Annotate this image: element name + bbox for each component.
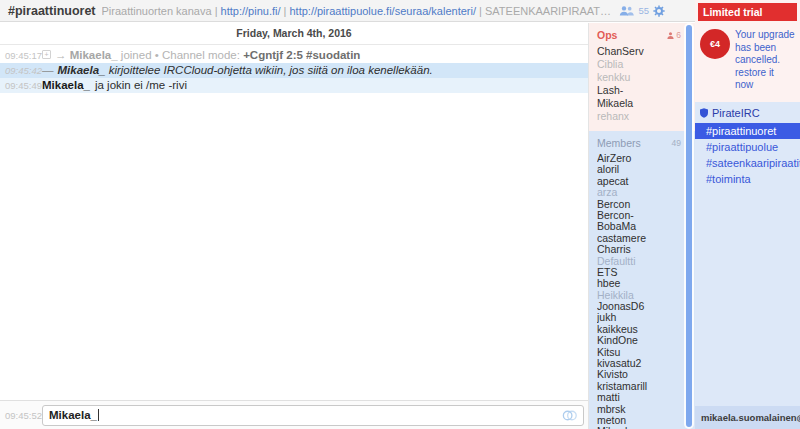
network-name: PirateIRC bbox=[712, 107, 760, 119]
text-cursor bbox=[98, 409, 99, 421]
member-item[interactable]: kristamarill bbox=[597, 381, 695, 392]
member-item[interactable]: arza bbox=[597, 187, 695, 198]
member-item[interactable]: kivasatu2 bbox=[597, 358, 695, 369]
account-bar[interactable]: mikaela.suomalainen@… bbox=[695, 406, 800, 429]
message-row-join[interactable]: 09:45:17+→ Mikaela_ joined • Channel mod… bbox=[0, 48, 588, 63]
message-timestamp: 09:45:42 bbox=[0, 64, 42, 77]
topic-text: Piraattinuorten kanava | bbox=[102, 5, 221, 17]
ops-header: Ops 6 bbox=[597, 29, 695, 41]
message-input[interactable]: Mikaela_ bbox=[42, 405, 584, 426]
ops-section: Ops 6 ChanServCibliakenkkuLash-Mikaelare… bbox=[589, 23, 695, 131]
message-text: ja jokin ei /me -rivi bbox=[95, 79, 187, 92]
members-list: AirZeroalorilapecatarzaBerconBercon-Boba… bbox=[597, 153, 695, 429]
members-count-icon[interactable] bbox=[619, 5, 634, 16]
member-item[interactable]: Bercon bbox=[597, 199, 695, 210]
action-body: kirjoittelee IRCCloud-ohjetta wikiin, jo… bbox=[109, 64, 433, 76]
message-row-action[interactable]: 09:45:42—Mikaela_ kirjoittelee IRCCloud-… bbox=[0, 63, 588, 78]
expand-toggle-icon[interactable]: + bbox=[42, 50, 51, 59]
join-nick[interactable]: Mikaela_ bbox=[70, 49, 118, 61]
member-item[interactable]: jukh bbox=[597, 312, 695, 323]
member-item[interactable]: meton bbox=[597, 415, 695, 426]
member-item[interactable]: Ciblia bbox=[597, 58, 695, 71]
buffer-item[interactable]: #toiminta bbox=[695, 171, 800, 187]
input-text: Mikaela_ bbox=[49, 409, 97, 421]
channel-mode-value: +Cgntjf 2:5 #suodatin bbox=[243, 49, 360, 61]
member-item[interactable]: aloril bbox=[597, 164, 695, 175]
member-list-panel: Ops 6 ChanServCibliakenkkuLash-Mikaelare… bbox=[588, 23, 695, 429]
op-person-icon bbox=[667, 32, 674, 39]
buffer-item-active[interactable]: #piraattinuoret bbox=[695, 123, 800, 139]
topic-link[interactable]: http://pinu.fi/ bbox=[221, 5, 281, 17]
buffers-sidebar: Limited trial €4 Your upgrade has been c… bbox=[695, 0, 800, 429]
input-timestamp: 09:45:52 bbox=[0, 410, 42, 421]
message-timestamp: 09:45:17 bbox=[0, 49, 42, 62]
restore-upgrade-link[interactable]: restore it now bbox=[735, 67, 795, 92]
join-text: → Mikaela_ joined • Channel mode: +Cgntj… bbox=[55, 49, 360, 62]
message-row-message[interactable]: 09:45:49Mikaela_ja jokin ei /me -rivi bbox=[0, 78, 588, 93]
members-section: Members 49 AirZeroalorilapecatarzaBercon… bbox=[589, 131, 695, 429]
member-item[interactable]: ETS bbox=[597, 267, 695, 278]
topic-text: | SATEENKAARIPIRAATTIEN perustamiskokous… bbox=[476, 5, 611, 17]
member-item[interactable]: ChanServ bbox=[597, 45, 695, 58]
message-timestamp: 09:45:49 bbox=[0, 79, 42, 92]
price-badge: €4 bbox=[700, 29, 730, 59]
network-row[interactable]: PirateIRC bbox=[695, 102, 800, 123]
member-item[interactable]: AirZero bbox=[597, 153, 695, 164]
member-item[interactable]: kenkku bbox=[597, 71, 695, 84]
member-item[interactable]: Charris bbox=[597, 244, 695, 255]
members-header: Members 49 bbox=[597, 137, 695, 149]
member-item[interactable]: Lash- bbox=[597, 84, 695, 97]
topic-link[interactable]: http://piraattipuolue.fi/seuraa/kalenter… bbox=[289, 5, 476, 17]
sidebar-spacer bbox=[695, 187, 800, 407]
member-item[interactable]: JoonasD6 bbox=[597, 301, 695, 312]
trial-panel: Limited trial €4 Your upgrade has been c… bbox=[695, 0, 800, 102]
header-icons: 55 bbox=[619, 5, 687, 17]
member-item[interactable]: Kitsu bbox=[597, 347, 695, 358]
buffer-item[interactable]: #piraattipuolue bbox=[695, 139, 800, 155]
member-item[interactable]: mbrsk bbox=[597, 404, 695, 415]
channel-name[interactable]: #piraattinuoret bbox=[8, 4, 96, 18]
member-item[interactable]: matti bbox=[597, 392, 695, 403]
member-item[interactable]: BobaMa bbox=[597, 221, 695, 232]
member-item[interactable]: Kivisto bbox=[597, 369, 695, 380]
account-email: mikaela.suomalainen@… bbox=[701, 412, 800, 423]
input-bar: 09:45:52 Mikaela_ bbox=[0, 400, 588, 429]
buffer-list: #piraattinuoret#piraattipuolue#sateenkaa… bbox=[695, 123, 800, 187]
members-count-label: 49 bbox=[672, 138, 681, 148]
action-nick[interactable]: Mikaela_ bbox=[57, 64, 108, 76]
network-shield-icon bbox=[700, 108, 708, 118]
member-item[interactable]: Mikaela bbox=[597, 97, 695, 110]
upload-photo-icon[interactable] bbox=[562, 409, 577, 422]
channel-settings-icon[interactable] bbox=[653, 5, 665, 17]
trial-message: Your upgrade has been cancelled. bbox=[735, 29, 795, 65]
ops-list: ChanServCibliakenkkuLash-Mikaelarehanx bbox=[597, 45, 695, 123]
date-divider: Friday, March 4th, 2016 bbox=[0, 23, 588, 45]
channel-topic[interactable]: Piraattinuorten kanava | http://pinu.fi/… bbox=[102, 5, 612, 17]
join-arrow-icon: → bbox=[55, 49, 70, 61]
member-item[interactable]: hbee bbox=[597, 278, 695, 289]
trial-body: €4 Your upgrade has been cancelled. rest… bbox=[698, 21, 797, 92]
message-list: 09:45:17+→ Mikaela_ joined • Channel mod… bbox=[0, 48, 588, 93]
member-item[interactable]: Heikkila bbox=[597, 290, 695, 301]
message-nick[interactable]: Mikaela_ bbox=[42, 79, 90, 92]
members-scrollbar[interactable] bbox=[686, 25, 692, 427]
channel-header: #piraattinuoret Piraattinuorten kanava |… bbox=[0, 0, 695, 22]
member-item[interactable]: Bercon- bbox=[597, 210, 695, 221]
member-item[interactable]: KindOne bbox=[597, 335, 695, 346]
trial-banner: Limited trial bbox=[698, 3, 797, 21]
action-dash: — bbox=[42, 64, 54, 77]
members-count: 55 bbox=[638, 5, 649, 16]
member-item[interactable]: kaikkeus bbox=[597, 324, 695, 335]
member-item[interactable]: apecat bbox=[597, 176, 695, 187]
ops-count: 6 bbox=[667, 30, 681, 40]
join-detail: joined • Channel mode: bbox=[118, 49, 244, 61]
action-text: Mikaela_ kirjoittelee IRCCloud-ohjetta w… bbox=[57, 64, 432, 77]
member-item[interactable]: Defaultti bbox=[597, 256, 695, 267]
members-title: Members bbox=[597, 137, 641, 149]
message-area: Friday, March 4th, 2016 09:45:17+→ Mikae… bbox=[0, 23, 588, 400]
buffer-item[interactable]: #sateenkaaripiraatit bbox=[695, 155, 800, 171]
irccloud-app: #piraattinuoret Piraattinuorten kanava |… bbox=[0, 0, 800, 429]
member-item[interactable]: rehanx bbox=[597, 110, 695, 123]
ops-title: Ops bbox=[597, 29, 617, 41]
member-item[interactable]: castamere bbox=[597, 233, 695, 244]
